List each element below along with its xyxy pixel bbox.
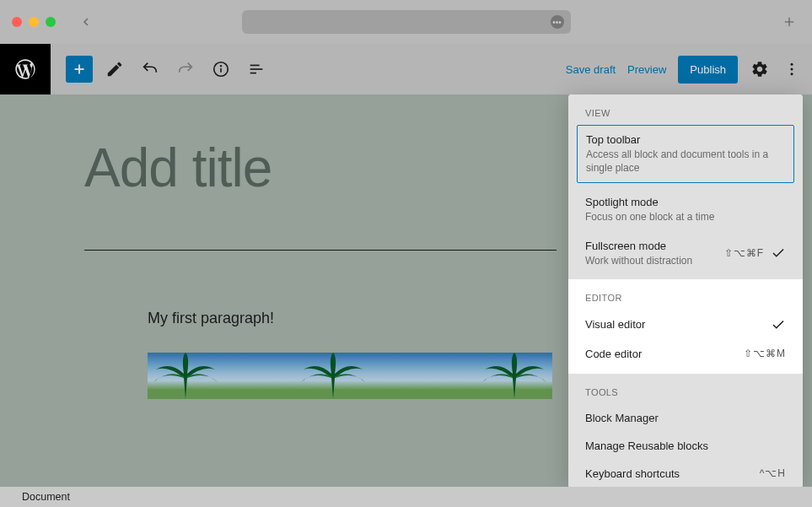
breadcrumb[interactable]: Document [22, 491, 70, 503]
redo-button[interactable] [172, 56, 199, 83]
svg-point-6 [221, 66, 222, 67]
window-minimize-button[interactable] [29, 17, 39, 27]
browser-back-button[interactable] [79, 15, 93, 29]
menu-item-label: Fullscreen mode [585, 240, 724, 252]
preview-button[interactable]: Preview [627, 63, 666, 76]
toolbar-right: Save draft Preview Publish [566, 56, 802, 84]
menu-item-shortcut: ^⌥H [760, 467, 786, 479]
svg-point-12 [791, 73, 793, 75]
menu-item-visual-editor[interactable]: Visual editor [568, 310, 803, 340]
options-menu: VIEW Top toolbar Access all block and do… [568, 94, 803, 488]
menu-item-spotlight[interactable]: Spotlight mode Focus on one block at a t… [568, 188, 803, 231]
menu-section-editor: EDITOR [568, 279, 803, 310]
menu-item-shortcut: ⇧⌥⌘M [744, 348, 786, 359]
svg-point-11 [791, 68, 793, 71]
browser-chrome: ••• [0, 0, 812, 44]
menu-item-desc: Access all block and document tools in a… [586, 148, 785, 175]
menu-item-desc: Focus on one block at a time [585, 210, 786, 224]
wordpress-logo[interactable] [0, 44, 51, 94]
toolbar-left [66, 56, 270, 83]
svg-point-10 [791, 63, 793, 66]
undo-button[interactable] [137, 56, 164, 83]
window-close-button[interactable] [12, 17, 22, 27]
menu-item-reusable-blocks[interactable]: Manage Reusable blocks [568, 432, 803, 460]
check-icon [771, 317, 786, 332]
menu-item-label: Keyboard shortcuts [585, 467, 760, 480]
menu-item-block-manager[interactable]: Block Manager [568, 404, 803, 432]
menu-item-code-editor[interactable]: Code editor ⇧⌥⌘M [568, 340, 803, 374]
add-block-button[interactable] [66, 56, 93, 83]
separator-block[interactable] [84, 250, 557, 251]
save-draft-button[interactable]: Save draft [566, 63, 616, 76]
menu-item-label: Top toolbar [586, 133, 785, 146]
menu-item-shortcut: ⇧⌥⌘F [724, 247, 764, 259]
edit-mode-button[interactable] [101, 56, 128, 83]
menu-section-view: VIEW [568, 94, 803, 125]
menu-item-label: Visual editor [585, 318, 764, 331]
url-bar[interactable]: ••• [242, 10, 571, 34]
menu-item-fullscreen[interactable]: Fullscreen mode Work without distraction… [568, 232, 803, 279]
menu-item-label: Code editor [585, 348, 744, 360]
menu-item-desc: Work without distraction [585, 254, 724, 267]
new-tab-button[interactable] [782, 14, 797, 30]
info-button[interactable] [207, 56, 234, 83]
outline-button[interactable] [243, 56, 270, 83]
url-bar-menu-icon[interactable]: ••• [551, 15, 564, 29]
more-options-button[interactable] [782, 59, 802, 79]
menu-item-label: Manage Reusable blocks [585, 440, 708, 452]
image-block[interactable] [148, 353, 552, 399]
menu-item-label: Spotlight mode [585, 196, 786, 208]
window-controls [12, 17, 56, 27]
editor-toolbar: Save draft Preview Publish [0, 44, 812, 94]
check-icon [771, 245, 786, 261]
menu-item-keyboard-shortcuts[interactable]: Keyboard shortcuts ^⌥H [568, 460, 803, 488]
window-maximize-button[interactable] [46, 17, 56, 27]
menu-section-tools: TOOLS [568, 374, 803, 404]
breadcrumb-bar: Document [0, 487, 812, 507]
settings-button[interactable] [750, 59, 770, 79]
menu-item-top-toolbar[interactable]: Top toolbar Access all block and documen… [577, 125, 794, 183]
menu-item-label: Block Manager [585, 412, 659, 424]
publish-button[interactable]: Publish [678, 56, 738, 84]
